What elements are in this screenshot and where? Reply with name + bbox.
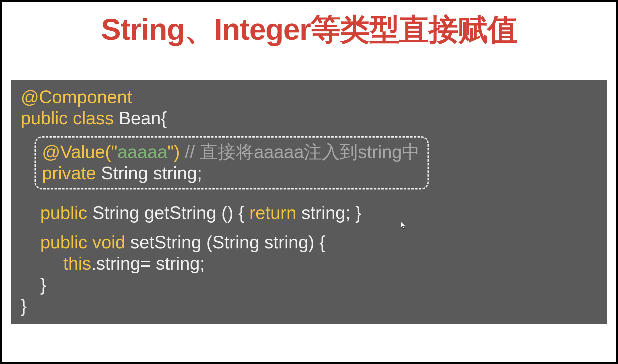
code-line-7: this.string= string; <box>21 253 597 274</box>
kw-this: this <box>63 253 91 273</box>
method-sig-2: setString (String string) { <box>125 232 325 252</box>
kw-private: private <box>42 163 96 183</box>
highlighted-box: @Value("aaaaa") // 直接将aaaaa注入到string中 pr… <box>34 136 429 189</box>
class-name: Bean{ <box>119 108 167 128</box>
assign: .string= string; <box>91 253 205 273</box>
annotation-component: @Component <box>21 87 132 107</box>
mouse-cursor-icon <box>401 222 407 230</box>
slide-container: String、Integer等类型直接赋值 @Component public … <box>2 2 616 362</box>
quote-open: " <box>111 142 118 162</box>
annotation-value: @Value( <box>42 142 111 162</box>
code-line-6: public void setString (String string) { <box>21 232 597 253</box>
method-sig-1: String getString () { <box>87 203 249 223</box>
string-literal: aaaaa <box>117 142 167 162</box>
comment: // 直接将aaaaa注入到string中 <box>180 142 420 162</box>
code-line-2: public class Bean{ <box>21 108 597 129</box>
code-line-4: private String string; <box>42 163 420 184</box>
kw-public-class: public class <box>21 108 119 128</box>
code-block: @Component public class Bean{ @Value("aa… <box>11 80 607 324</box>
return-val: string; } <box>296 203 362 223</box>
spacer <box>21 223 597 232</box>
kw-return: return <box>249 203 296 223</box>
code-line-3: @Value("aaaaa") // 直接将aaaaa注入到string中 <box>42 141 420 163</box>
paren-close: ) <box>174 142 180 162</box>
code-line-9: } <box>21 295 597 317</box>
code-line-1: @Component <box>21 86 597 108</box>
field-decl: String string; <box>96 163 202 183</box>
kw-public-void: public void <box>40 232 125 252</box>
code-line-8: } <box>21 274 597 295</box>
code-line-5: public String getString () { return stri… <box>21 202 597 223</box>
quote-close: " <box>168 142 174 162</box>
kw-public: public <box>40 203 87 223</box>
slide-title: String、Integer等类型直接赋值 <box>2 2 616 60</box>
spacer <box>21 194 597 202</box>
